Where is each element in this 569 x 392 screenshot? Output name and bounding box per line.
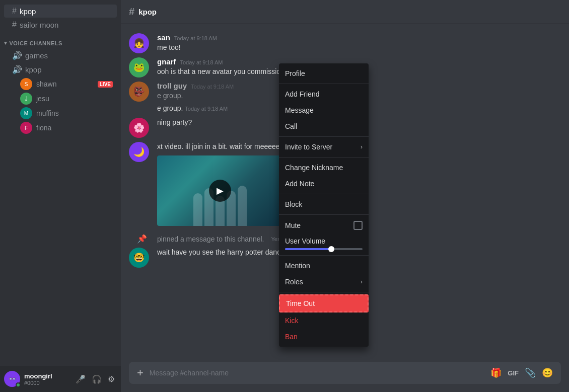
- channel-header: # kpop: [121, 0, 569, 24]
- hash-icon-2: #: [12, 20, 17, 29]
- ctx-item-roles[interactable]: Roles ›: [279, 274, 369, 290]
- ctx-label-ban: Ban: [285, 333, 298, 341]
- volume-slider-thumb[interactable]: [328, 246, 334, 252]
- ctx-label-message: Message: [285, 106, 314, 114]
- avatar-muffins: M: [20, 107, 32, 119]
- gift-button[interactable]: 🎁: [490, 367, 502, 378]
- volume-label: User Volume: [285, 237, 363, 245]
- speaker-icon-kpop: 🔊: [12, 65, 22, 74]
- emoji-button[interactable]: 😊: [542, 367, 553, 378]
- current-user-tag: #0000: [24, 380, 69, 386]
- ctx-separator-3: [279, 157, 369, 158]
- avatar-fiona: F: [20, 122, 32, 134]
- system-msg-text: pinned a message to this channel.: [157, 235, 264, 243]
- channel-item-sailor-moon[interactable]: # sailor moon: [4, 18, 117, 31]
- channel-name-sailor-moon: sailor moon: [20, 21, 59, 29]
- channel-item-games[interactable]: 🔊 games: [4, 49, 117, 62]
- chevron-down-icon: ▾: [4, 40, 8, 46]
- avatar-gnarf: 🐸: [129, 57, 149, 77]
- ctx-label-kick: Kick: [285, 317, 298, 325]
- volume-slider-fill: [285, 248, 331, 250]
- live-badge: LIVE: [98, 81, 113, 88]
- add-attachment-button[interactable]: +: [137, 366, 144, 379]
- msg-username-troll-guy: troll guy: [157, 82, 187, 90]
- voice-user-muffins[interactable]: M muffins: [4, 106, 117, 120]
- voice-channels-header[interactable]: ▾ Voice Channels: [0, 32, 121, 48]
- hash-icon-header: #: [129, 6, 134, 18]
- figure-1: [193, 193, 202, 226]
- channel-name-kpop: kpop: [20, 7, 36, 16]
- ctx-item-change-nickname[interactable]: Change Nickname: [279, 160, 369, 176]
- ctx-label-time-out: Time Out: [286, 299, 315, 307]
- msg-timestamp-san: Today at 9:18 AM: [174, 35, 217, 41]
- message-input-bar: + 🎁 GIF 📎 😊: [129, 362, 561, 384]
- play-button[interactable]: ▶: [209, 180, 231, 202]
- voice-user-name-shawn: shawn: [36, 80, 56, 88]
- ctx-separator-1: [279, 84, 369, 84]
- volume-slider-track[interactable]: [285, 248, 363, 250]
- msg-timestamp-gnarf: Today at 9:18 AM: [180, 59, 223, 65]
- ctx-item-kick[interactable]: Kick: [279, 312, 369, 329]
- ctx-label-roles: Roles: [285, 278, 303, 286]
- voice-user-name-muffins: muffins: [36, 109, 59, 117]
- channel-item-voice-kpop[interactable]: 🔊 kpop: [4, 63, 117, 76]
- msg-timestamp-troll-guy: Today at 9:18 AM: [191, 84, 234, 90]
- avatar-video-msg: 🌙: [129, 142, 149, 162]
- current-user-info: moongirl #0000: [24, 372, 69, 386]
- channel-name-games: games: [25, 51, 48, 60]
- main-content: # kpop 👧 san Today at 9:18 AM me too! 🐸 …: [121, 0, 569, 392]
- ctx-item-message[interactable]: Message: [279, 102, 369, 118]
- current-user-name: moongirl: [24, 372, 69, 380]
- ctx-item-mention[interactable]: Mention: [279, 258, 369, 274]
- ctx-item-profile[interactable]: Profile: [279, 65, 369, 82]
- msg-content-san: san Today at 9:18 AM me too!: [157, 33, 561, 53]
- chevron-right-invite: ›: [361, 143, 363, 150]
- video-embed[interactable]: ▶: [157, 155, 283, 226]
- voice-user-shawn[interactable]: S shawn LIVE: [4, 77, 117, 91]
- ctx-label-call: Call: [285, 122, 297, 130]
- avatar-kira: 🤓: [129, 248, 149, 268]
- ctx-item-block[interactable]: Block: [279, 196, 369, 212]
- voice-user-name-jesu: jesu: [36, 95, 49, 103]
- ctx-label-mute: Mute: [285, 221, 301, 229]
- ctx-item-add-note[interactable]: Add Note: [279, 176, 369, 192]
- ctx-item-call[interactable]: Call: [279, 118, 369, 134]
- ctx-separator-7: [279, 292, 369, 292]
- ctx-item-time-out[interactable]: Time Out: [279, 294, 369, 312]
- ctx-item-user-volume: User Volume: [279, 234, 369, 253]
- ctx-label-profile: Profile: [285, 69, 305, 77]
- ctx-item-mute[interactable]: Mute: [279, 217, 369, 234]
- upload-button[interactable]: 📎: [525, 367, 536, 378]
- message-input-area: + 🎁 GIF 📎 😊: [121, 362, 569, 392]
- headphones-button[interactable]: 🎧: [90, 372, 104, 386]
- channel-list: # kpop # sailor moon ▾ Voice Channels 🔊 …: [0, 0, 121, 366]
- pin-icon: 📌: [137, 234, 147, 244]
- status-indicator: [16, 382, 21, 387]
- speaker-icon-games: 🔊: [12, 51, 22, 60]
- ctx-item-add-friend[interactable]: Add Friend: [279, 86, 369, 102]
- voice-user-name-fiona: fiona: [36, 124, 51, 132]
- hash-icon: #: [12, 7, 17, 16]
- channel-item-kpop[interactable]: # kpop: [4, 5, 117, 18]
- msg-username-gnarf: gnarf: [157, 57, 176, 66]
- current-user-avatar: 👓: [4, 371, 20, 387]
- ctx-separator-6: [279, 255, 369, 256]
- msg-text-san: me too!: [157, 43, 561, 53]
- mute-checkbox[interactable]: [353, 221, 363, 230]
- sidebar: # kpop # sailor moon ▾ Voice Channels 🔊 …: [0, 0, 121, 392]
- voice-user-jesu[interactable]: J jesu: [4, 92, 117, 106]
- ctx-item-invite-to-server[interactable]: Invite to Server ›: [279, 139, 369, 155]
- ctx-item-ban[interactable]: Ban: [279, 329, 369, 345]
- voice-user-fiona[interactable]: F fiona: [4, 121, 117, 135]
- msg-username-san: san: [157, 33, 170, 42]
- user-panel: 👓 moongirl #0000 🎤 🎧 ⚙: [0, 366, 121, 392]
- settings-button[interactable]: ⚙: [106, 372, 117, 386]
- figure-5: [238, 186, 247, 226]
- mic-button[interactable]: 🎤: [74, 372, 88, 386]
- message-input[interactable]: [150, 369, 484, 377]
- chevron-right-roles: ›: [361, 278, 363, 285]
- avatar-troll-guy: 👺: [129, 82, 149, 102]
- avatar-shawn: S: [20, 78, 32, 90]
- gif-button[interactable]: GIF: [508, 369, 519, 377]
- avatar-jesu: J: [20, 93, 32, 105]
